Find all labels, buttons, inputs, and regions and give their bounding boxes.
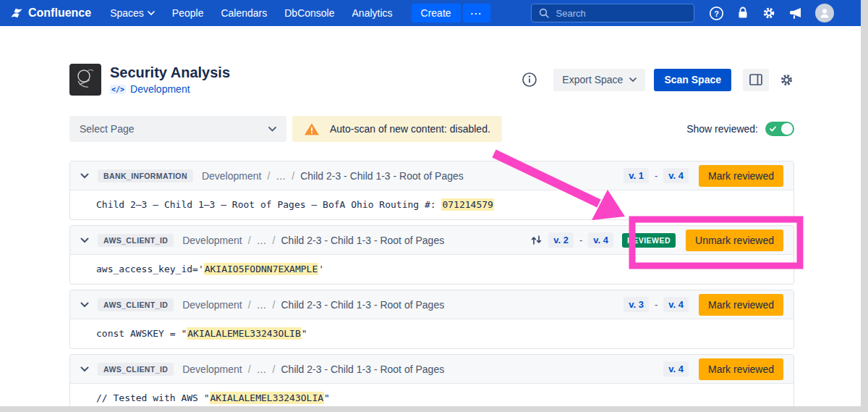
confluence-logo-icon (10, 7, 23, 20)
collapse-toggle[interactable] (80, 366, 89, 372)
breadcrumb-page[interactable]: Child 2-3 - Child 1-3 - Root of Pages (300, 170, 464, 182)
help-icon: ? (709, 6, 724, 21)
header-actions: Export Space Scan Space (522, 69, 794, 91)
breadcrumb-page[interactable]: Child 2-3 - Child 1-3 - Root of Pages (281, 235, 445, 246)
breadcrumb-separator: / (248, 299, 251, 311)
finding-actions: v. 3 - v. 4 Mark reviewed (624, 294, 783, 316)
reviewed-badge: REVIEWED (622, 233, 676, 248)
breadcrumb-space[interactable]: Development (182, 235, 242, 246)
nav-item-calendars[interactable]: Calendars (221, 7, 267, 19)
collapse-toggle[interactable] (80, 173, 89, 179)
mark-reviewed-button[interactable]: Mark reviewed (699, 165, 783, 187)
nav-item-people[interactable]: People (172, 7, 204, 19)
space-breadcrumb: </> Development (110, 83, 230, 95)
nav-item-analytics[interactable]: Analytics (352, 7, 393, 19)
unmark-reviewed-button[interactable]: Unmark reviewed (686, 230, 783, 251)
chevron-down-icon (268, 127, 276, 132)
collapse-toggle[interactable] (80, 302, 89, 308)
search-box[interactable] (531, 4, 694, 22)
finding-card: AWS_CLIENT_ID Development / … / Child 2-… (69, 354, 794, 406)
more-actions-button[interactable]: ··· (463, 4, 490, 22)
version-from-link[interactable]: v. 1 (624, 168, 649, 183)
space-settings-button[interactable] (779, 72, 794, 88)
breadcrumb-ellipsis[interactable]: … (276, 170, 286, 182)
sensitive-highlight: AKIALALEMEL33243OLIB (187, 327, 302, 340)
breadcrumb-separator: / (248, 363, 251, 375)
check-icon (770, 126, 776, 132)
space-avatar[interactable] (69, 64, 101, 96)
version-dash: - (579, 235, 582, 245)
help-button[interactable]: ? (709, 6, 724, 21)
create-button[interactable]: Create (412, 4, 461, 22)
breadcrumb-page[interactable]: Child 2-3 - Child 1-3 - Root of Pages (281, 299, 445, 311)
finding-type-badge: BANK_INFORMATION (98, 169, 193, 182)
space-link[interactable]: Development (130, 83, 190, 95)
gear-icon (762, 6, 776, 20)
version-to-link[interactable]: v. 4 (663, 361, 689, 377)
mark-reviewed-button[interactable]: Mark reviewed (699, 294, 783, 316)
sensitive-highlight: AKIAIO5FODNN7EXAMPLE (204, 263, 319, 275)
version-dash: - (655, 299, 658, 310)
chevron-down-icon (629, 77, 637, 82)
finding-card: BANK_INFORMATION Development / … / Child… (69, 161, 794, 220)
finding-header: BANK_INFORMATION Development / … / Child… (70, 161, 793, 190)
warning-text: Auto-scan of new content: disabled. (330, 123, 490, 135)
breadcrumb-separator: / (273, 235, 276, 246)
side-panel-button[interactable] (743, 69, 769, 91)
version-to-link[interactable]: v. 4 (588, 232, 613, 248)
confluence-home-link[interactable]: Confluence (10, 7, 91, 20)
finding-card: AWS_CLIENT_ID Development / … / Child 2-… (69, 225, 794, 285)
breadcrumb-separator: / (273, 363, 276, 375)
breadcrumb-ellipsis[interactable]: … (257, 299, 267, 311)
finding-type-badge: AWS_CLIENT_ID (98, 234, 174, 247)
settings-button[interactable] (762, 6, 776, 20)
lock-icon (736, 6, 749, 20)
person-icon (819, 7, 830, 19)
application-window: Confluence Spaces People Calendars DbCon… (0, 0, 868, 412)
brand-label: Confluence (28, 7, 91, 20)
breadcrumb-separator: / (248, 235, 251, 246)
compare-versions-button[interactable] (530, 234, 542, 246)
version-to-link[interactable]: v. 4 (663, 168, 689, 183)
autoscan-warning-banner: Auto-scan of new content: disabled. (292, 116, 502, 142)
chevron-down-icon (80, 302, 89, 308)
warning-icon (304, 122, 320, 136)
finding-type-badge: AWS_CLIENT_ID (98, 298, 174, 311)
mark-reviewed-button[interactable]: Mark reviewed (699, 358, 783, 380)
version-from-link[interactable]: v. 2 (548, 232, 574, 248)
finding-header: AWS_CLIENT_ID Development / … / Child 2-… (70, 226, 793, 255)
confluence-page: Confluence Spaces People Calendars DbCon… (0, 0, 861, 406)
findings-list: BANK_INFORMATION Development / … / Child… (69, 161, 794, 406)
search-input[interactable] (555, 7, 686, 20)
info-icon (522, 72, 537, 88)
finding-snippet: const AWSKEY = "AKIALALEMEL33243OLIB" (70, 319, 793, 348)
collapse-toggle[interactable] (80, 237, 89, 243)
finding-header: AWS_CLIENT_ID Development / … / Child 2-… (70, 290, 793, 319)
main-content: Security Analysis </> Development (69, 61, 794, 406)
admin-lock-button[interactable] (736, 6, 749, 20)
user-avatar[interactable] (815, 4, 834, 22)
chevron-down-icon (80, 366, 89, 372)
info-button[interactable] (522, 72, 537, 88)
finding-card: AWS_CLIENT_ID Development / … / Child 2-… (69, 290, 794, 349)
select-page-dropdown[interactable]: Select Page (69, 116, 286, 142)
megaphone-icon (788, 7, 803, 20)
version-to-link[interactable]: v. 4 (663, 297, 689, 312)
chevron-down-icon (148, 11, 155, 15)
breadcrumb-space[interactable]: Development (182, 363, 242, 375)
breadcrumb-ellipsis[interactable]: … (257, 235, 267, 246)
nav-item-dbconsole[interactable]: DbConsole (284, 7, 334, 19)
breadcrumb-page[interactable]: Child 2-3 - Child 1-3 - Root of Pages (281, 363, 445, 375)
page-header: Security Analysis </> Development (69, 61, 794, 98)
show-reviewed-toggle[interactable] (765, 122, 794, 136)
export-space-button[interactable]: Export Space (553, 69, 645, 91)
finding-actions: v. 2 - v. 4 REVIEWED Unmark reviewed (530, 230, 783, 251)
breadcrumb-space[interactable]: Development (202, 170, 262, 182)
version-from-link[interactable]: v. 3 (624, 297, 649, 312)
nav-item-spaces[interactable]: Spaces (110, 7, 155, 19)
layout-panel-icon (749, 74, 762, 85)
breadcrumb-space[interactable]: Development (182, 299, 242, 311)
announcements-button[interactable] (788, 7, 803, 20)
scan-space-button[interactable]: Scan Space (654, 69, 731, 91)
breadcrumb-ellipsis[interactable]: … (257, 363, 267, 375)
